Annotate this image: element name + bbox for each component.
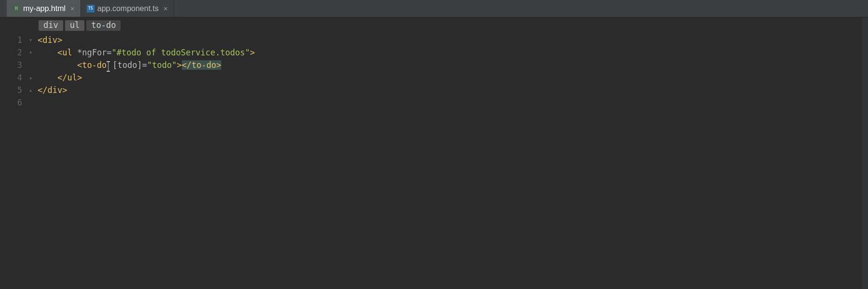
line-number: 2 [0,46,22,59]
close-icon[interactable]: × [70,5,75,12]
line-number: 1 [0,34,22,46]
code-area[interactable]: <div> <ul *ngFor="#todo of todoService.t… [38,34,868,109]
tab-label: my-app.html [23,4,66,13]
tab-app-component-ts[interactable]: app.component.ts × [81,0,174,17]
breadcrumb-item[interactable]: ul [65,20,84,31]
fold-toggle-icon[interactable]: ▾ [29,46,38,59]
fold-toggle-icon[interactable]: ▴ [29,84,38,96]
fold-gutter: ▾ ▾ ▴ ▴ [29,34,38,109]
fold-spacer [29,59,38,71]
line-number-gutter: 1 2 3 4 5 6 [0,34,29,109]
code-line: </ul> [38,71,868,84]
vertical-scrollbar[interactable] [861,17,868,289]
html-file-icon [13,5,20,13]
code-line: </div> [38,84,868,96]
fold-spacer [29,96,38,109]
fold-toggle-icon[interactable]: ▾ [29,34,38,46]
fold-toggle-icon[interactable]: ▴ [29,71,38,84]
ts-file-icon [87,5,95,13]
line-number: 3 [0,59,22,71]
breadcrumb-item[interactable]: to-do [86,20,121,31]
code-line: <ul *ngFor="#todo of todoService.todos"> [38,46,868,59]
editor-tab-bar: my-app.html × app.component.ts × [0,0,868,17]
line-number: 5 [0,84,22,96]
close-icon[interactable]: × [163,5,168,12]
tab-my-app-html[interactable]: my-app.html × [7,0,81,17]
code-line [38,96,868,109]
code-line: <div> [38,34,868,46]
breadcrumb: div ul to-do [0,17,868,34]
breadcrumb-item[interactable]: div [39,20,63,31]
code-line: <to-do[todo]="todo"></to-do> [38,59,868,71]
tab-label: app.component.ts [97,4,159,13]
line-number: 4 [0,71,22,84]
line-number: 6 [0,96,22,109]
code-editor[interactable]: 1 2 3 4 5 6 ▾ ▾ ▴ ▴ <div> <ul *ngFor="#t… [0,34,868,109]
